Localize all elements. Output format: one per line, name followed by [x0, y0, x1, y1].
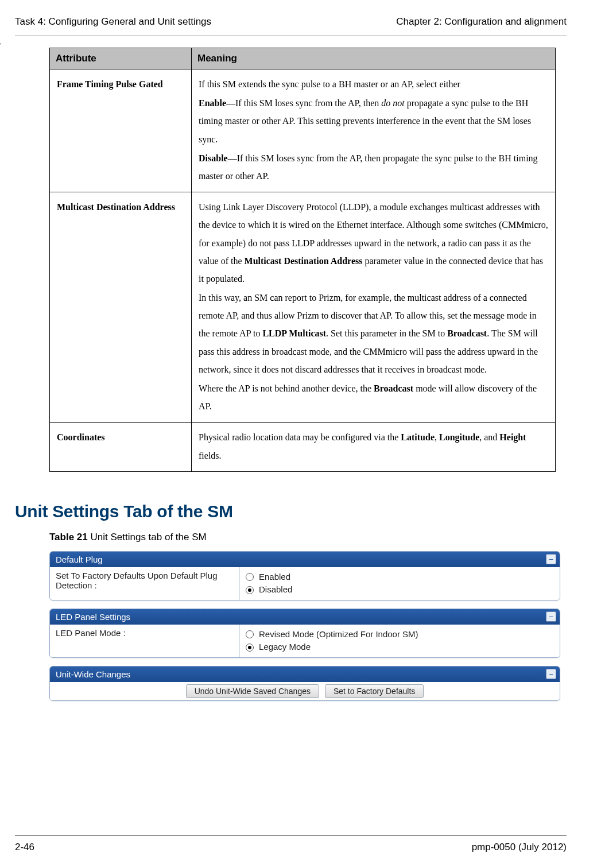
attr-cell-multicast: Multicast Destination Address [50, 192, 192, 423]
undo-button[interactable]: Undo Unit-Wide Saved Changes [186, 684, 319, 698]
caption-text: Unit Settings tab of the SM [88, 532, 207, 542]
table-header-row: Attribute Meaning [50, 48, 556, 69]
text: Physical radio location data may be conf… [199, 432, 401, 442]
led-label: LED Panel Mode : [50, 625, 240, 657]
meaning-cell-coordinates: Physical radio location data may be conf… [192, 423, 556, 471]
panel-title-led: LED Panel Settings − [50, 609, 560, 625]
stray-dash: - [0, 39, 2, 48]
text: —If this SM loses sync from the AP, then… [199, 153, 538, 181]
text: If this SM extends the sync pulse to a B… [199, 79, 460, 89]
panel-led-settings: LED Panel Settings − LED Panel Mode : Re… [49, 609, 560, 658]
panel-default-plug: Default Plug − Set To Factory Defaults U… [49, 551, 560, 600]
radio-label: Enabled [259, 571, 290, 584]
factory-defaults-button[interactable]: Set to Factory Defaults [325, 684, 424, 698]
radio-icon[interactable] [246, 644, 254, 652]
header-left-text: Task 4: Configuring General and Unit set… [15, 16, 211, 28]
header-right-text: Chapter 2: Configuration and alignment [396, 16, 567, 28]
radio-label: Legacy Mode [259, 641, 311, 654]
text-bold: Broadcast [374, 383, 413, 393]
text: , and [479, 432, 499, 442]
meaning-cell-frame-timing: If this SM extends the sync pulse to a B… [192, 69, 556, 192]
text-bold: Enable [199, 98, 226, 108]
text-bold: Height [499, 432, 526, 442]
table-row: Multicast Destination Address Using Link… [50, 192, 556, 423]
radio-icon[interactable] [246, 573, 254, 581]
table-caption: Table 21 Unit Settings tab of the SM [49, 532, 567, 543]
attribute-table: Attribute Meaning Frame Timing Pulse Gat… [49, 48, 556, 472]
attr-cell-frame-timing: Frame Timing Pulse Gated [50, 69, 192, 192]
collapse-icon[interactable]: − [546, 611, 556, 622]
caption-label: Table 21 [49, 532, 88, 542]
radio-disabled-row[interactable]: Disabled [246, 583, 554, 596]
section-heading: Unit Settings Tab of the SM [15, 502, 567, 521]
table-row: Frame Timing Pulse Gated If this SM exte… [50, 69, 556, 192]
radio-label: Disabled [259, 583, 292, 596]
collapse-icon[interactable]: − [546, 669, 556, 679]
text-italic: do not [381, 98, 404, 108]
text: —If this SM loses sync from the AP, then [226, 98, 381, 108]
text: Where the AP is not behind another devic… [199, 383, 374, 393]
panel-unit-wide: Unit-Wide Changes − Undo Unit-Wide Saved… [49, 666, 560, 701]
panel-title-text: Unit-Wide Changes [56, 669, 130, 679]
col-header-attribute: Attribute [50, 48, 192, 69]
radio-revised-row[interactable]: Revised Mode (Optimized For Indoor SM) [246, 628, 554, 641]
collapse-icon[interactable]: − [546, 554, 556, 564]
panel-title-default-plug: Default Plug − [50, 552, 560, 567]
radio-enabled-row[interactable]: Enabled [246, 571, 554, 584]
radio-label: Revised Mode (Optimized For Indoor SM) [259, 628, 418, 641]
table-row: Coordinates Physical radio location data… [50, 423, 556, 471]
meaning-cell-multicast: Using Link Layer Discovery Protocol (LLD… [192, 192, 556, 423]
text-bold: Latitude [401, 432, 435, 442]
radio-legacy-row[interactable]: Legacy Mode [246, 641, 554, 654]
text-bold: Disable [199, 153, 228, 163]
text-bold: Longitude [439, 432, 479, 442]
text-bold: Multicast Destination Address [245, 256, 363, 266]
footer-page-number: 2-46 [15, 842, 34, 853]
footer-doc-id: pmp-0050 (July 2012) [472, 842, 567, 853]
panel-title-text: Default Plug [56, 555, 103, 564]
text-bold: Broadcast [447, 328, 487, 338]
text: . Set this parameter in the SM to [326, 328, 447, 338]
radio-icon[interactable] [246, 586, 254, 594]
text-bold: LLDP Multicast [262, 328, 326, 338]
attr-cell-coordinates: Coordinates [50, 423, 192, 471]
text: fields. [199, 451, 222, 460]
radio-icon[interactable] [246, 630, 254, 638]
col-header-meaning: Meaning [192, 48, 556, 69]
panel-title-unit-wide: Unit-Wide Changes − [50, 666, 560, 682]
page-footer: 2-46 pmp-0050 (July 2012) [15, 831, 567, 853]
panel-title-text: LED Panel Settings [56, 612, 130, 622]
text: , [435, 432, 439, 442]
default-plug-label: Set To Factory Defaults Upon Default Plu… [50, 567, 240, 600]
footer-rule [15, 835, 567, 836]
